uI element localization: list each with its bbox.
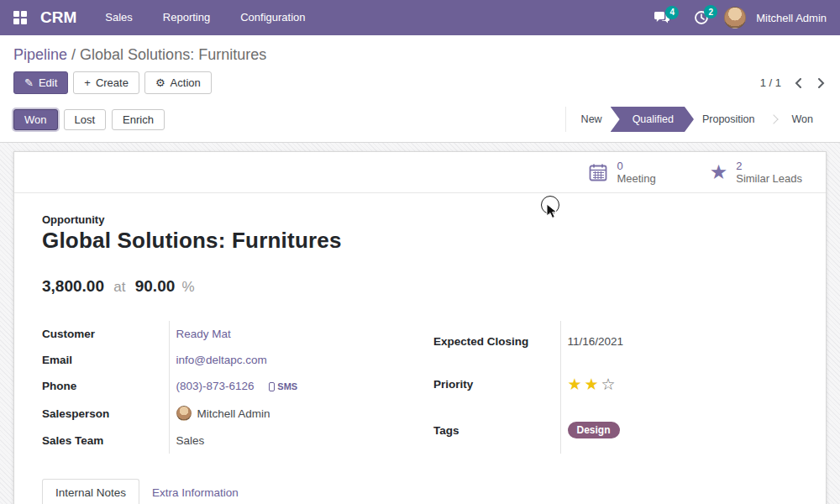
field-row-expected-closing: Expected Closing 11/16/2021	[433, 321, 798, 361]
at-label: at	[108, 279, 130, 295]
star-icon: ★	[710, 162, 728, 182]
field-row-sales-team: Sales Team Sales	[42, 428, 407, 454]
apps-grid-icon[interactable]	[13, 11, 27, 24]
probability-value: 90.00	[135, 277, 176, 295]
breadcrumb-pipeline-link[interactable]: Pipeline	[13, 46, 67, 63]
phone-value[interactable]: (803)-873-6126	[176, 380, 255, 392]
field-group-left: Customer Ready Mat Email info@deltapc.co…	[42, 321, 407, 454]
email-value[interactable]: info@deltapc.com	[176, 354, 267, 366]
priority-label: Priority	[433, 361, 560, 407]
notebook-tabs: Internal Notes Extra Information	[42, 479, 798, 504]
field-row-priority: Priority ★★☆	[433, 361, 798, 407]
tab-extra-information[interactable]: Extra Information	[139, 480, 251, 504]
opportunity-title: Global Solutions: Furnitures	[42, 228, 798, 254]
messages-button[interactable]: 4	[645, 8, 679, 29]
user-avatar[interactable]	[724, 7, 746, 29]
star-filled-icon[interactable]: ★	[585, 375, 601, 393]
similar-leads-count: 2	[736, 160, 802, 172]
form-sheet: 0 Meeting ★ 2 Similar Leads Opportunity …	[13, 151, 827, 504]
tag-design[interactable]: Design	[568, 422, 620, 438]
activities-button[interactable]: 2	[685, 7, 717, 29]
pager-previous-button[interactable]	[793, 76, 804, 90]
stage-separator-chevron-icon	[769, 114, 778, 123]
percent-sign: %	[182, 279, 195, 295]
stage-proposition[interactable]: Proposition	[689, 107, 769, 132]
tab-internal-notes[interactable]: Internal Notes	[42, 479, 139, 504]
pager-value: 1 / 1	[760, 76, 781, 89]
nav-item-sales[interactable]: Sales	[90, 0, 148, 35]
customer-label: Customer	[42, 321, 169, 347]
control-panel: ✎Edit +Create ⚙Action 1 / 1	[0, 67, 840, 103]
won-button[interactable]: Won	[13, 109, 58, 130]
breadcrumb-current: / Global Solutions: Furnitures	[71, 46, 266, 63]
tags-label: Tags	[433, 407, 560, 454]
pager-next-button[interactable]	[816, 76, 827, 90]
meeting-label: Meeting	[617, 172, 655, 185]
create-button[interactable]: +Create	[73, 71, 139, 94]
chevron-left-icon	[795, 78, 802, 88]
field-row-tags: Tags Design	[433, 407, 798, 454]
plus-icon: +	[84, 76, 91, 89]
mobile-phone-icon	[269, 382, 275, 391]
expected-closing-value[interactable]: 11/16/2021	[568, 335, 624, 348]
meeting-count: 0	[617, 160, 655, 172]
app-brand[interactable]: CRM	[40, 8, 76, 27]
star-empty-icon[interactable]: ☆	[601, 375, 618, 393]
salesperson-label: Salesperson	[42, 399, 169, 428]
email-label: Email	[42, 347, 169, 373]
gear-icon: ⚙	[155, 76, 165, 89]
pencil-icon: ✎	[24, 76, 34, 89]
similar-leads-smart-button[interactable]: ★ 2 Similar Leads	[710, 160, 802, 185]
action-button[interactable]: ⚙Action	[144, 71, 212, 94]
edit-button[interactable]: ✎Edit	[13, 71, 68, 94]
messages-badge: 4	[665, 6, 679, 19]
stage-pipeline: New Qualified Proposition Won	[565, 107, 827, 132]
sales-team-label: Sales Team	[42, 428, 169, 454]
field-row-salesperson: Salesperson Mitchell Admin	[42, 399, 407, 428]
customer-value[interactable]: Ready Mat	[176, 328, 231, 340]
salesperson-value[interactable]: Mitchell Admin	[197, 407, 270, 420]
form-view-background: 0 Meeting ★ 2 Similar Leads Opportunity …	[0, 143, 840, 504]
calendar-icon	[588, 162, 608, 182]
sms-button[interactable]: SMS	[269, 381, 297, 391]
star-filled-icon[interactable]: ★	[568, 375, 585, 393]
stage-new[interactable]: New	[568, 107, 616, 132]
field-row-email: Email info@deltapc.com	[42, 347, 407, 373]
user-menu[interactable]: Mitchell Admin	[756, 12, 827, 24]
field-row-customer: Customer Ready Mat	[42, 321, 407, 347]
smart-buttons-row: 0 Meeting ★ 2 Similar Leads	[14, 152, 826, 193]
priority-stars[interactable]: ★★☆	[568, 375, 618, 393]
lost-button[interactable]: Lost	[64, 109, 107, 130]
activities-badge: 2	[704, 5, 717, 18]
expected-closing-label: Expected Closing	[433, 321, 560, 361]
breadcrumb: Pipeline / Global Solutions: Furnitures	[0, 35, 840, 67]
field-row-phone: Phone (803)-873-6126 SMS	[42, 373, 407, 399]
similar-leads-label: Similar Leads	[736, 172, 802, 185]
sales-team-value[interactable]: Sales	[176, 434, 205, 447]
salesperson-avatar	[176, 406, 192, 421]
statusbar: Won Lost Enrich New Qualified Propositio…	[0, 103, 840, 143]
field-group-right: Expected Closing 11/16/2021 Priority ★★☆…	[433, 321, 798, 454]
opportunity-type-label: Opportunity	[42, 213, 798, 226]
top-navbar: CRM Sales Reporting Configuration 4 2 Mi…	[0, 0, 840, 35]
enrich-button[interactable]: Enrich	[112, 109, 165, 130]
expected-revenue: 3,800.00 at 90.00 %	[42, 277, 798, 296]
phone-label: Phone	[42, 373, 169, 399]
meetings-smart-button[interactable]: 0 Meeting	[588, 160, 655, 185]
stage-won[interactable]: Won	[779, 107, 827, 132]
nav-item-configuration[interactable]: Configuration	[225, 0, 320, 35]
stage-qualified[interactable]: Qualified	[611, 107, 694, 132]
amount-value: 3,800.00	[42, 277, 104, 295]
chevron-right-icon	[817, 78, 825, 88]
nav-item-reporting[interactable]: Reporting	[148, 0, 225, 35]
